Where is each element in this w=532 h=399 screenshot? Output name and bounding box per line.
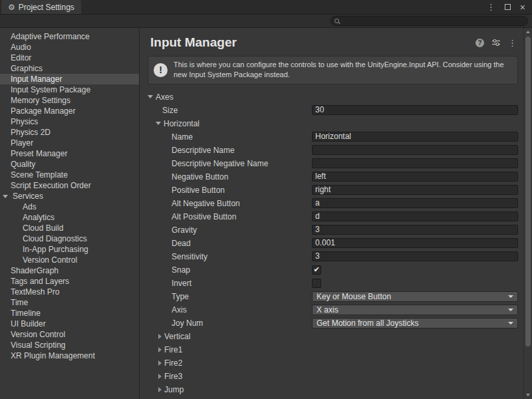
window-menu-icon[interactable]: ⋮ bbox=[487, 2, 495, 12]
field-row-descriptive-name: Descriptive Name bbox=[140, 144, 523, 157]
field-label: Alt Positive Button bbox=[140, 212, 236, 221]
sidebar-item-physics-2d[interactable]: Physics 2D bbox=[0, 127, 139, 138]
sidebar-item-cloud-build[interactable]: Cloud Build bbox=[0, 223, 139, 233]
sidebar-item-scene-template[interactable]: Scene Template bbox=[0, 170, 139, 180]
search-input[interactable] bbox=[342, 17, 524, 25]
sidebar-item-services[interactable]: Services bbox=[0, 191, 139, 201]
sidebar-item-label: Services bbox=[13, 191, 43, 201]
size-input[interactable] bbox=[312, 105, 518, 115]
positive-button-input[interactable] bbox=[312, 185, 518, 195]
axis-dropdown[interactable]: X axis bbox=[312, 305, 518, 315]
panel-menu-icon[interactable]: ⋮ bbox=[508, 38, 517, 48]
alt-positive-button-input[interactable] bbox=[312, 211, 518, 221]
foldout-fire2[interactable]: Fire2 bbox=[140, 356, 523, 370]
chevron-down-icon bbox=[508, 309, 513, 311]
foldout-label: Fire3 bbox=[164, 372, 182, 381]
sidebar-item-input-system-package[interactable]: Input System Package bbox=[0, 84, 139, 95]
window-controls: ⋮ × bbox=[487, 2, 532, 12]
invert-checkbox[interactable] bbox=[312, 279, 321, 288]
close-icon[interactable]: × bbox=[520, 3, 525, 12]
sidebar-item-adaptive-performance[interactable]: Adaptive Performance bbox=[0, 31, 139, 42]
sidebar-item-quality[interactable]: Quality bbox=[0, 159, 139, 170]
sidebar-item-tags-and-layers[interactable]: Tags and Layers bbox=[0, 276, 139, 287]
sidebar-item-audio[interactable]: Audio bbox=[0, 42, 139, 53]
foldout-fire3[interactable]: Fire3 bbox=[140, 370, 523, 383]
sidebar-item-graphics[interactable]: Graphics bbox=[0, 63, 139, 74]
sidebar-item-textmesh-pro[interactable]: TextMesh Pro bbox=[0, 287, 139, 297]
field-label: Sensitivity bbox=[140, 252, 207, 261]
foldout-open-icon bbox=[148, 95, 153, 98]
foldout-jump[interactable]: Jump bbox=[140, 383, 523, 396]
field-label: Name bbox=[140, 132, 193, 142]
project-settings-window: ⚙ Project Settings ⋮ × Adaptive Performa… bbox=[0, 0, 532, 399]
sidebar-item-in-app-purchasing[interactable]: In-App Purchasing bbox=[0, 244, 139, 255]
dropdown-value: Key or Mouse Button bbox=[317, 292, 391, 301]
descriptive-negative-name-input[interactable] bbox=[312, 158, 518, 168]
alt-negative-button-input[interactable] bbox=[312, 198, 518, 208]
field-row-alt-negative-button: Alt Negative Button bbox=[140, 197, 523, 210]
sidebar-item-shadergraph[interactable]: ShaderGraph bbox=[0, 265, 139, 276]
foldout-mouse-x[interactable]: Mouse X bbox=[140, 396, 523, 399]
field-row-invert: Invert bbox=[140, 277, 523, 290]
gear-icon: ⚙ bbox=[8, 3, 15, 12]
chevron-down-icon bbox=[508, 295, 513, 298]
tab-project-settings[interactable]: ⚙ Project Settings bbox=[1, 0, 81, 14]
sidebar-item-ads[interactable]: Ads bbox=[0, 201, 139, 212]
presets-icon[interactable] bbox=[491, 39, 501, 47]
sidebar-item-version-control-service[interactable]: Version Control bbox=[0, 255, 139, 265]
descriptive-name-input[interactable] bbox=[312, 145, 518, 155]
scroll-up-icon[interactable] bbox=[524, 28, 532, 36]
name-input[interactable] bbox=[312, 132, 518, 142]
foldout-horizontal[interactable]: Horizontal bbox=[140, 117, 523, 130]
joy-num-dropdown[interactable]: Get Motion from all Joysticks bbox=[312, 318, 518, 329]
field-row-alt-positive-button: Alt Positive Button bbox=[140, 210, 523, 223]
foldout-axes[interactable]: Axes bbox=[140, 90, 523, 104]
scroll-down-icon[interactable] bbox=[524, 391, 532, 399]
sidebar-item-time[interactable]: Time bbox=[0, 297, 139, 308]
foldout-label: Axes bbox=[156, 92, 174, 102]
sidebar-item-editor[interactable]: Editor bbox=[0, 53, 139, 63]
foldout-fire1[interactable]: Fire1 bbox=[140, 343, 523, 356]
field-row-negative-button: Negative Button bbox=[140, 170, 523, 184]
field-row-positive-button: Positive Button bbox=[140, 184, 523, 197]
field-row-joy-num: Joy Num Get Motion from all Joysticks bbox=[140, 317, 523, 330]
sidebar-item-visual-scripting[interactable]: Visual Scripting bbox=[0, 340, 139, 350]
sidebar-item-timeline[interactable]: Timeline bbox=[0, 308, 139, 319]
sidebar-item-preset-manager[interactable]: Preset Manager bbox=[0, 148, 139, 159]
foldout-label: Fire2 bbox=[164, 358, 182, 368]
search-box[interactable] bbox=[331, 16, 528, 26]
field-row-sensitivity: Sensitivity bbox=[140, 250, 523, 263]
foldout-vertical[interactable]: Vertical bbox=[140, 330, 523, 343]
sensitivity-input[interactable] bbox=[312, 251, 518, 261]
sidebar-item-version-control[interactable]: Version Control bbox=[0, 329, 139, 340]
field-label: Snap bbox=[140, 265, 190, 275]
help-icon[interactable]: ? bbox=[475, 39, 484, 47]
sidebar-item-package-manager[interactable]: Package Manager bbox=[0, 106, 139, 116]
sidebar-item-physics[interactable]: Physics bbox=[0, 116, 139, 127]
maximize-icon[interactable] bbox=[505, 4, 511, 10]
sidebar-item-memory-settings[interactable]: Memory Settings bbox=[0, 95, 139, 106]
sidebar-item-ui-builder[interactable]: UI Builder bbox=[0, 319, 139, 329]
dropdown-value: X axis bbox=[317, 305, 338, 315]
dropdown-value: Get Motion from all Joysticks bbox=[317, 319, 418, 328]
sidebar-item-script-execution-order[interactable]: Script Execution Order bbox=[0, 180, 139, 191]
field-label: Axis bbox=[140, 305, 187, 315]
sidebar-item-input-manager[interactable]: Input Manager bbox=[0, 74, 139, 84]
negative-button-input[interactable] bbox=[312, 172, 518, 182]
field-label: Dead bbox=[140, 239, 191, 248]
dead-input[interactable] bbox=[312, 238, 518, 248]
sidebar-item-cloud-diagnostics[interactable]: Cloud Diagnostics bbox=[0, 233, 139, 244]
foldout-closed-icon bbox=[158, 387, 162, 392]
help-box-text: This is where you can configure the cont… bbox=[174, 60, 512, 80]
titlebar: ⚙ Project Settings ⋮ × bbox=[0, 0, 532, 15]
foldout-open-icon bbox=[3, 195, 8, 198]
input-manager-panel: Input Manager ? ⋮ ! Thi bbox=[140, 28, 523, 399]
field-label: Size bbox=[140, 106, 178, 115]
sidebar-item-player[interactable]: Player bbox=[0, 138, 139, 148]
type-dropdown[interactable]: Key or Mouse Button bbox=[312, 291, 518, 302]
gravity-input[interactable] bbox=[312, 225, 518, 235]
snap-checkbox[interactable]: ✔ bbox=[312, 265, 321, 275]
sidebar-item-analytics[interactable]: Analytics bbox=[0, 212, 139, 223]
sidebar-item-xr-plugin-management[interactable]: XR Plugin Management bbox=[0, 350, 139, 361]
scrollbar-thumb[interactable] bbox=[525, 37, 531, 346]
